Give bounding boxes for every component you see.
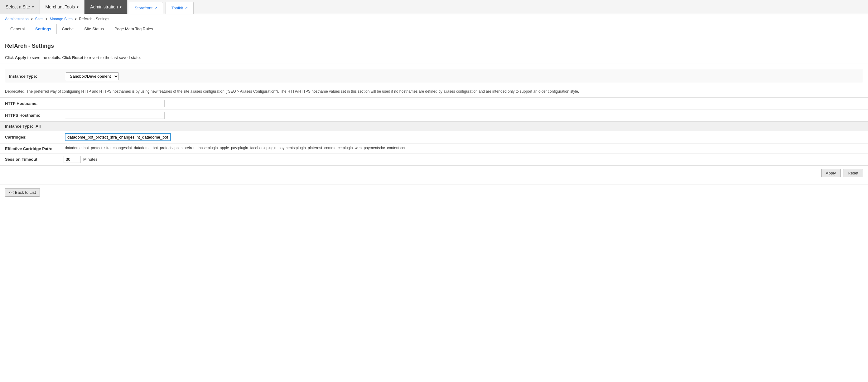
session-timeout-row: Session Timeout: Minutes [0,153,868,166]
administration-menu[interactable]: Administration ▾ [85,0,127,14]
cartridges-row: Cartridges: [0,131,868,144]
session-timeout-input[interactable] [64,156,81,163]
http-hostname-input[interactable] [65,100,165,107]
merchant-tools-menu[interactable]: Merchant Tools ▾ [40,0,85,14]
toolkit-label: Toolkit [172,6,183,10]
back-to-list-button[interactable]: << Back to List [5,188,40,197]
https-hostname-row: HTTPS Hostname: [0,110,868,121]
breadcrumb-admin-link[interactable]: Administration [5,17,29,21]
page-title: RefArch - Settings [0,39,868,52]
sub-tabs: General Settings Cache Site Status Page … [0,24,868,34]
breadcrumb-sites-link[interactable]: Sites [35,17,43,21]
reset-button[interactable]: Reset [843,169,863,177]
main-content: Instance Type: Sandbox/Development Produ… [0,63,868,184]
effective-cartridge-path-label: Effective Cartridge Path: [5,146,61,151]
cartridges-input[interactable] [65,133,171,141]
merchant-tools-chevron-icon: ▾ [77,5,79,9]
action-buttons-row: Apply Reset [0,166,868,180]
hostname-section: HTTP Hostname: HTTPS Hostname: [0,98,868,121]
breadcrumb: Administration > Sites > Manage Sites > … [0,14,868,24]
toolkit-link[interactable]: Toolkit ↗ [165,2,194,14]
tab-settings[interactable]: Settings [30,24,56,34]
select-site-label: Select a Site [6,4,30,9]
breadcrumb-manage-sites-link[interactable]: Manage Sites [50,17,72,21]
cartridges-label: Cartridges: [5,135,61,140]
effective-cartridge-path-value: datadome_bot_protect_sfra_changes:int_da… [65,146,863,150]
administration-chevron-icon: ▾ [120,5,122,9]
session-timeout-unit: Minutes [83,157,98,161]
http-hostname-label: HTTP Hostname: [5,101,61,106]
top-nav: Select a Site ▾ Merchant Tools ▾ Adminis… [0,0,868,14]
bottom-bar: << Back to List [0,184,868,200]
storefront-label: Storefront [135,6,152,10]
instance-type-section: Instance Type: Sandbox/Development Produ… [5,69,863,83]
storefront-external-icon: ↗ [154,6,157,10]
instance-type-select[interactable]: Sandbox/Development Production Staging D… [66,72,119,80]
tab-page-meta-tag-rules[interactable]: Page Meta Tag Rules [109,24,158,34]
https-hostname-input[interactable] [65,112,165,119]
instance-type-label: Instance Type: [9,74,62,79]
session-timeout-label: Session Timeout: [5,157,61,161]
http-hostname-row: HTTP Hostname: [0,98,868,110]
instance-type-all-row: Instance Type: All [0,121,868,131]
deprecated-notice: Deprecated. The preferred way of configu… [0,86,868,98]
select-site-menu[interactable]: Select a Site ▾ [0,0,40,14]
apply-button[interactable]: Apply [821,169,841,177]
reset-bold: Reset [72,55,83,60]
instance-type-all-label: Instance Type: [5,124,33,128]
select-site-chevron-icon: ▾ [32,5,34,9]
instructions: Click Apply to save the details. Click R… [0,52,868,63]
instance-type-row: Instance Type: Sandbox/Development Produ… [5,70,863,83]
merchant-tools-label: Merchant Tools [45,4,75,9]
apply-bold: Apply [15,55,26,60]
breadcrumb-current: RefArch - Settings [79,17,109,21]
administration-label: Administration [90,4,118,9]
toolkit-external-icon: ↗ [185,6,188,10]
tab-cache[interactable]: Cache [57,24,79,34]
instance-type-all-value: All [35,124,41,128]
tab-general[interactable]: General [5,24,30,34]
storefront-link[interactable]: Storefront ↗ [129,2,163,14]
effective-cartridge-path-row: Effective Cartridge Path: datadome_bot_p… [0,144,868,153]
tab-site-status[interactable]: Site Status [79,24,109,34]
https-hostname-label: HTTPS Hostname: [5,113,61,118]
